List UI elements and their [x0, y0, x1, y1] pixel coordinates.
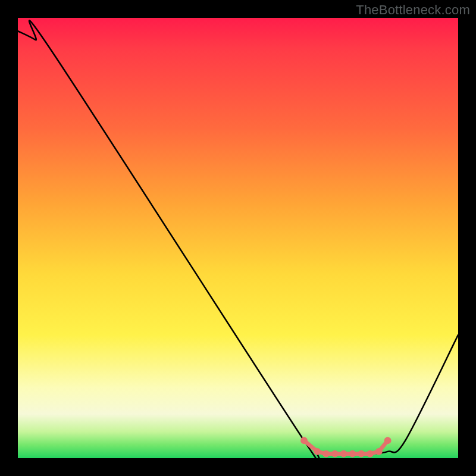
plot-area	[18, 18, 458, 458]
bottleneck-curve	[18, 20, 458, 458]
chart-frame: TheBottleneck.com	[0, 0, 476, 476]
curve-layer	[18, 18, 458, 458]
watermark-text: TheBottleneck.com	[356, 2, 470, 18]
